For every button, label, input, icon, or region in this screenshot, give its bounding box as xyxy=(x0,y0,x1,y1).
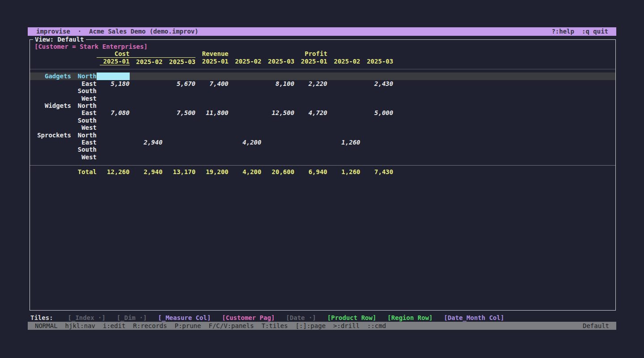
pivot-cell[interactable] xyxy=(294,132,327,139)
pivot-cell[interactable] xyxy=(97,87,130,94)
pivot-cell[interactable] xyxy=(294,102,327,109)
pivot-cell[interactable] xyxy=(130,124,163,131)
pivot-cell[interactable] xyxy=(97,139,130,146)
pivot-cell[interactable] xyxy=(294,146,327,153)
pivot-cell[interactable] xyxy=(162,95,195,102)
row-label-region[interactable]: South xyxy=(71,146,97,153)
row-label-region[interactable]: South xyxy=(71,87,97,94)
pivot-cell[interactable] xyxy=(229,87,262,94)
tile-index[interactable]: [_Index ·] xyxy=(68,314,106,322)
pivot-cell[interactable] xyxy=(327,87,360,94)
pivot-cell[interactable] xyxy=(195,132,229,139)
row-label-region[interactable]: North xyxy=(71,72,97,80)
pivot-cell[interactable] xyxy=(97,95,130,102)
pivot-cell[interactable] xyxy=(162,153,195,161)
row-label-region[interactable]: South xyxy=(71,117,97,124)
pivot-cell[interactable] xyxy=(360,146,394,153)
pivot-cell[interactable]: 11,800 xyxy=(195,109,229,116)
pivot-cell[interactable] xyxy=(294,95,327,102)
row-label-region[interactable]: North xyxy=(71,102,97,109)
month-header[interactable]: 2025-01 xyxy=(97,58,130,66)
pivot-cell[interactable] xyxy=(195,87,229,94)
pivot-cell[interactable] xyxy=(261,95,294,102)
month-header[interactable]: 2025-02 xyxy=(130,58,163,66)
pivot-cell[interactable] xyxy=(195,124,229,131)
pivot-cell[interactable] xyxy=(130,117,163,124)
pivot-cell[interactable] xyxy=(130,80,163,87)
pivot-cell[interactable] xyxy=(162,124,195,131)
tile-date-month-col[interactable]: [Date_Month Col] xyxy=(444,314,504,322)
pivot-cell[interactable] xyxy=(97,102,130,109)
row-label-region[interactable]: West xyxy=(71,124,97,131)
pivot-cell[interactable] xyxy=(327,72,360,80)
pivot-cell[interactable] xyxy=(162,72,195,80)
row-label-region[interactable]: East xyxy=(71,80,97,87)
tile-product-row[interactable]: [Product Row] xyxy=(327,314,377,322)
pivot-cell[interactable] xyxy=(229,109,262,116)
pivot-cell[interactable] xyxy=(261,117,294,124)
month-header[interactable]: 2025-01 xyxy=(294,58,327,66)
pivot-cell[interactable] xyxy=(195,72,229,80)
selected-cell[interactable] xyxy=(97,72,130,80)
pivot-cell[interactable] xyxy=(360,117,394,124)
pivot-cell[interactable]: 4,200 xyxy=(229,139,262,146)
tile-measure-col[interactable]: [_Measure Col] xyxy=(158,314,211,322)
pivot-cell[interactable] xyxy=(261,124,294,131)
pivot-cell[interactable] xyxy=(162,132,195,139)
pivot-cell[interactable] xyxy=(162,146,195,153)
row-label-product[interactable]: Sprockets xyxy=(30,132,71,139)
pivot-cell[interactable] xyxy=(229,146,262,153)
pivot-cell[interactable] xyxy=(294,87,327,94)
pivot-cell[interactable] xyxy=(130,102,163,109)
pivot-cell[interactable] xyxy=(360,72,394,80)
pivot-cell[interactable] xyxy=(327,102,360,109)
pivot-cell[interactable] xyxy=(229,124,262,131)
pivot-cell[interactable] xyxy=(327,117,360,124)
month-header[interactable]: 2025-02 xyxy=(327,58,360,66)
pivot-cell[interactable] xyxy=(195,95,229,102)
pivot-cell[interactable] xyxy=(294,72,327,80)
measure-header-cost[interactable]: Cost xyxy=(97,50,130,58)
pivot-cell[interactable] xyxy=(97,146,130,153)
pivot-cell[interactable]: 12,500 xyxy=(261,109,294,116)
row-label-product[interactable] xyxy=(30,153,71,161)
pivot-cell[interactable] xyxy=(360,87,394,94)
pivot-cell[interactable] xyxy=(294,139,327,146)
pivot-cell[interactable]: 5,180 xyxy=(97,80,130,87)
row-label-product[interactable] xyxy=(30,95,71,102)
pivot-cell[interactable] xyxy=(294,124,327,131)
pivot-cell[interactable] xyxy=(229,95,262,102)
pivot-cell[interactable] xyxy=(327,109,360,116)
tile-region-row[interactable]: [Region Row] xyxy=(387,314,432,322)
pivot-cell[interactable] xyxy=(294,153,327,161)
month-header[interactable]: 2025-02 xyxy=(229,58,262,66)
pivot-cell[interactable] xyxy=(130,87,163,94)
pivot-cell[interactable] xyxy=(130,109,163,116)
row-label-product[interactable] xyxy=(30,124,71,131)
row-label-region[interactable]: West xyxy=(71,153,97,161)
tile-dim[interactable]: [_Dim ·] xyxy=(117,314,147,322)
pivot-cell[interactable] xyxy=(97,117,130,124)
pivot-cell[interactable]: 7,400 xyxy=(195,80,229,87)
pivot-cell[interactable] xyxy=(360,95,394,102)
pivot-cell[interactable] xyxy=(360,153,394,161)
pivot-cell[interactable] xyxy=(261,72,294,80)
pivot-cell[interactable] xyxy=(261,132,294,139)
month-header[interactable]: 2025-03 xyxy=(360,58,394,66)
pivot-cell[interactable]: 1,260 xyxy=(327,139,360,146)
month-header[interactable]: 2025-03 xyxy=(162,58,195,66)
pivot-cell[interactable] xyxy=(162,87,195,94)
pivot-cell[interactable] xyxy=(195,146,229,153)
pivot-cell[interactable] xyxy=(162,139,195,146)
row-label-product[interactable]: Gadgets xyxy=(30,72,71,80)
measure-header-revenue[interactable]: Revenue xyxy=(195,50,229,58)
pivot-cell[interactable] xyxy=(229,80,262,87)
row-label-region[interactable]: East xyxy=(71,109,97,116)
pivot-cell[interactable] xyxy=(327,124,360,131)
pivot-cell[interactable] xyxy=(130,153,163,161)
pivot-cell[interactable] xyxy=(327,95,360,102)
pivot-cell[interactable]: 2,940 xyxy=(130,139,163,146)
pivot-cell[interactable] xyxy=(130,146,163,153)
pivot-cell[interactable] xyxy=(130,72,163,80)
page-filter[interactable]: [Customer = Stark Enterprises] xyxy=(34,43,148,50)
